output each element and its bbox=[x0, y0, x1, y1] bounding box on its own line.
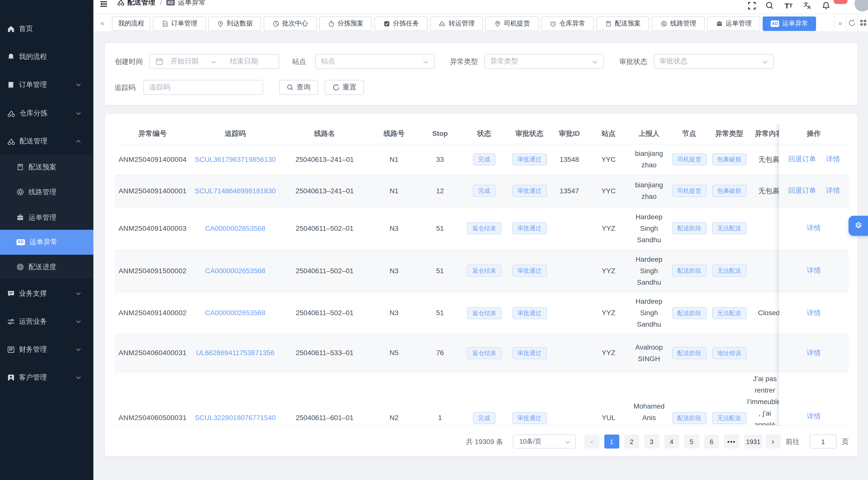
svg-text:A: A bbox=[807, 4, 811, 9]
